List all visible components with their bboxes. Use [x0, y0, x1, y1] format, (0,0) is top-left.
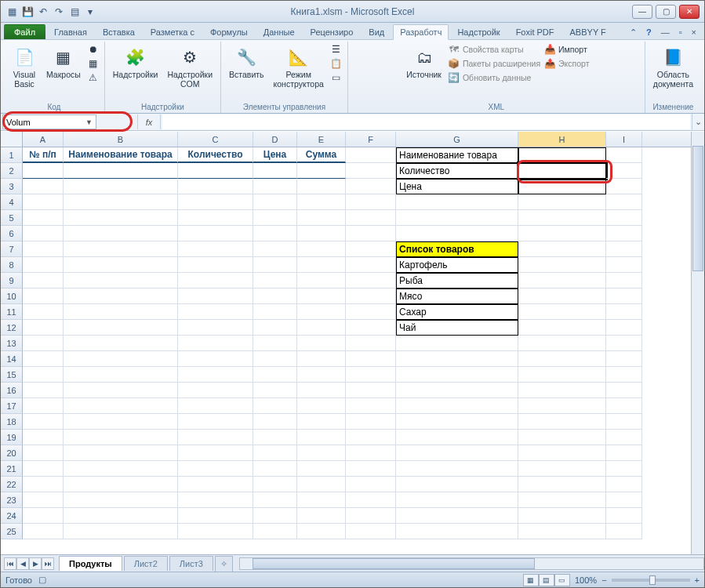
cell-B14[interactable] [64, 351, 178, 367]
cell-E10[interactable] [297, 289, 346, 304]
cell-F2[interactable] [346, 163, 396, 179]
view-normal-icon[interactable]: ▦ [523, 574, 539, 586]
cell-B17[interactable] [64, 398, 178, 414]
cell-C24[interactable] [178, 508, 253, 524]
cell-A18[interactable] [23, 414, 64, 430]
zoom-out-icon[interactable]: − [601, 575, 606, 585]
cell-G18[interactable] [396, 414, 518, 430]
cell-D18[interactable] [253, 414, 297, 430]
cell-A13[interactable] [23, 336, 64, 351]
cell-G12[interactable]: Чай [396, 320, 518, 336]
cell-D12[interactable] [253, 320, 297, 336]
macro-security-button[interactable]: ⚠ [87, 71, 100, 84]
cell-G5[interactable] [396, 210, 518, 226]
cell-D24[interactable] [253, 508, 297, 524]
cell-G10[interactable]: Мясо [396, 289, 518, 304]
row-header-23[interactable]: 23 [1, 492, 23, 508]
cell-H23[interactable] [518, 492, 606, 508]
cell-I2[interactable] [606, 163, 642, 179]
tab-abbyy[interactable]: ABBYY F [563, 24, 613, 39]
cell-E4[interactable] [297, 194, 346, 210]
cell-B21[interactable] [64, 461, 178, 477]
cell-I15[interactable] [606, 367, 642, 383]
sheet-nav-last-icon[interactable]: ⏭ [42, 557, 54, 570]
cell-E9[interactable] [297, 273, 346, 289]
cell-A20[interactable] [23, 445, 64, 461]
sheet-tab-2[interactable]: Лист2 [124, 556, 168, 571]
cell-H3[interactable] [518, 179, 606, 194]
cell-F13[interactable] [346, 336, 396, 351]
cell-I18[interactable] [606, 414, 642, 430]
properties-button[interactable]: ☰ [330, 43, 343, 56]
cell-H12[interactable] [518, 320, 606, 336]
cell-I25[interactable] [606, 524, 642, 539]
cell-D21[interactable] [253, 461, 297, 477]
cell-B9[interactable] [64, 273, 178, 289]
formula-input[interactable] [162, 114, 690, 129]
cell-I21[interactable] [606, 461, 642, 477]
macros-button[interactable]: ▦ Макросы [43, 43, 84, 81]
cell-H7[interactable] [518, 241, 606, 257]
cell-H5[interactable] [518, 210, 606, 226]
col-header-F[interactable]: F [346, 132, 396, 147]
cell-H15[interactable] [518, 367, 606, 383]
cell-I7[interactable] [606, 241, 642, 257]
cell-H10[interactable] [518, 289, 606, 304]
cell-C13[interactable] [178, 336, 253, 351]
tab-file[interactable]: Файл [4, 24, 45, 39]
sheet-nav-next-icon[interactable]: ▶ [29, 557, 42, 570]
cell-G23[interactable] [396, 492, 518, 508]
cell-D1[interactable]: Цена [253, 147, 297, 163]
refresh-data-button[interactable]: 🔄Обновить данные [448, 71, 540, 84]
cell-D7[interactable] [253, 241, 297, 257]
row-header-18[interactable]: 18 [1, 414, 23, 430]
cell-D5[interactable] [253, 210, 297, 226]
select-all-corner[interactable] [1, 132, 23, 147]
cell-E7[interactable] [297, 241, 346, 257]
insert-control-button[interactable]: 🔧 Вставить [226, 43, 267, 81]
cell-A4[interactable] [23, 194, 64, 210]
maximize-button[interactable]: ▢ [656, 5, 676, 19]
row-header-3[interactable]: 3 [1, 179, 23, 194]
cell-F17[interactable] [346, 398, 396, 414]
row-header-24[interactable]: 24 [1, 508, 23, 524]
cell-B6[interactable] [64, 226, 178, 241]
cell-I3[interactable] [606, 179, 642, 194]
save-icon[interactable]: 💾 [21, 5, 34, 18]
cell-F25[interactable] [346, 524, 396, 539]
cell-D22[interactable] [253, 477, 297, 492]
cell-F19[interactable] [346, 430, 396, 445]
cell-H9[interactable] [518, 273, 606, 289]
tab-addins[interactable]: Надстройк [450, 24, 507, 39]
cell-C7[interactable] [178, 241, 253, 257]
cell-A14[interactable] [23, 351, 64, 367]
row-header-22[interactable]: 22 [1, 477, 23, 492]
cell-I9[interactable] [606, 273, 642, 289]
cell-F24[interactable] [346, 508, 396, 524]
cell-F14[interactable] [346, 351, 396, 367]
row-header-17[interactable]: 17 [1, 398, 23, 414]
cell-A1[interactable]: № п/п [23, 147, 64, 163]
cell-I17[interactable] [606, 398, 642, 414]
cell-I10[interactable] [606, 289, 642, 304]
cell-G13[interactable] [396, 336, 518, 351]
tab-formulas[interactable]: Формулы [203, 24, 255, 39]
tab-view[interactable]: Вид [362, 24, 391, 39]
cell-I11[interactable] [606, 304, 642, 320]
cell-C25[interactable] [178, 524, 253, 539]
cell-E17[interactable] [297, 398, 346, 414]
cell-A9[interactable] [23, 273, 64, 289]
cell-C4[interactable] [178, 194, 253, 210]
cell-F23[interactable] [346, 492, 396, 508]
tab-foxit[interactable]: Foxit PDF [509, 24, 561, 39]
cell-F4[interactable] [346, 194, 396, 210]
cell-A22[interactable] [23, 477, 64, 492]
cell-G2[interactable]: Количество [396, 163, 518, 179]
row-header-9[interactable]: 9 [1, 273, 23, 289]
cell-F18[interactable] [346, 414, 396, 430]
cell-G20[interactable] [396, 445, 518, 461]
cell-E12[interactable] [297, 320, 346, 336]
sheet-nav-first-icon[interactable]: ⏮ [4, 557, 16, 570]
cell-C2[interactable] [178, 163, 253, 179]
cell-D13[interactable] [253, 336, 297, 351]
